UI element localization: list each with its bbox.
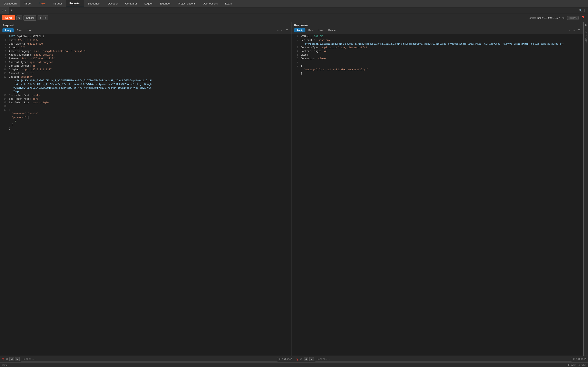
response-title: Response — [294, 24, 581, 27]
request-line-4: 4 Accept: */* — [0, 46, 292, 50]
request-panel: Request Pretty Raw Hex ≡ \n ☰ 1 POST /ap… — [0, 22, 292, 356]
request-search-input[interactable] — [21, 357, 278, 361]
request-line-21: ] — [0, 123, 292, 127]
nav-repeater[interactable]: Repeater — [66, 0, 84, 7]
request-line-15: 15 Sec-Fetch-Site: same-origin — [0, 101, 292, 105]
request-tab-pretty[interactable]: Pretty — [2, 28, 14, 33]
cancel-button[interactable]: Cancel — [24, 15, 36, 21]
request-line-9: 9 Content-Length: 35 — [0, 64, 292, 68]
inspector-label[interactable]: INSPECTOR — [585, 28, 587, 46]
response-wrap-icon[interactable]: \n — [572, 28, 576, 33]
nav-target[interactable]: Target — [20, 0, 35, 7]
send-button[interactable]: Send — [2, 15, 15, 20]
edit-target-button[interactable]: ✎ — [562, 16, 566, 20]
request-line-20: 0 — [0, 119, 292, 123]
request-search-next[interactable]: ▶ — [15, 357, 20, 361]
request-line-19: "password":[ — [0, 116, 292, 119]
response-search-matches: 0 matches — [573, 358, 586, 361]
tab-1[interactable]: 1 ✕ — [0, 7, 9, 14]
response-help-icon[interactable]: ❓ — [296, 358, 299, 361]
request-line-12e: Z-qw — [0, 90, 292, 94]
nav-intruder[interactable]: Intruder — [49, 0, 66, 7]
response-line-9: "message":"User authenticated successful… — [292, 68, 583, 72]
response-tab-render[interactable]: Render — [326, 28, 339, 33]
forward-button[interactable]: ▶ — [43, 16, 48, 20]
nav-decoder[interactable]: Decoder — [104, 0, 121, 7]
response-tab-pretty[interactable]: Pretty — [294, 28, 305, 33]
request-format-icon[interactable]: ≡ — [276, 28, 279, 33]
target-info: Target: http://127.0.0.1:1337 ✎ HTTP/1 ❓ — [528, 16, 586, 20]
nav-learn[interactable]: Learn — [222, 0, 236, 7]
request-line-14: 14 Sec-Fetch-Mode: cors — [0, 97, 292, 101]
tab-search-icon[interactable]: 🔍 ⋮ — [577, 9, 588, 12]
response-line-6: 6 Connection: close — [292, 57, 583, 60]
response-search-prev[interactable]: ◀ — [303, 357, 308, 361]
tab-bar: 1 ✕ + 🔍 ⋮ — [0, 7, 588, 14]
response-content: 1 HTTP/1.1 200 OK 2 Set-Cookie: session=… — [292, 34, 583, 356]
response-search-panel: ❓ ⚙ ◀ ▶ 0 matches — [294, 356, 588, 363]
nav-buttons: ◀ ▶ — [38, 16, 48, 20]
response-options-icon[interactable]: ☰ — [577, 28, 581, 33]
back-button[interactable]: ◀ — [38, 16, 43, 20]
request-search-settings-icon[interactable]: ⚙ — [6, 358, 8, 361]
request-tabs-row: Pretty Raw Hex ≡ \n ☰ — [2, 28, 289, 33]
tab-1-close[interactable]: ✕ — [5, 9, 7, 12]
response-search-input[interactable] — [315, 357, 572, 361]
response-line-3: 3 Content-Type: application/json; charse… — [292, 46, 583, 50]
bottom-bar: ❓ ⚙ ◀ ▶ 0 matches ❓ ⚙ ◀ ▶ 0 matches — [0, 356, 588, 363]
request-line-2: 2 Host: 127.0.0.1:1337 — [0, 39, 292, 42]
request-tab-actions: ≡ \n ☰ — [276, 28, 289, 33]
request-line-1: 1 POST /api/login HTTP/1.1 — [0, 35, 292, 39]
response-line-1: 1 HTTP/1.1 200 OK — [292, 35, 583, 39]
request-title: Request — [2, 24, 289, 27]
request-options-icon[interactable]: ☰ — [285, 28, 289, 33]
status-bar: Done 402 bytes | 53 millis — [0, 363, 588, 367]
request-search-panel: ❓ ⚙ ◀ ▶ 0 matches — [0, 356, 294, 363]
request-search-matches: 0 matches — [279, 358, 292, 361]
nav-comparer[interactable]: Comparer — [121, 0, 141, 7]
response-tab-hex[interactable]: Hex — [316, 28, 325, 33]
request-line-22: } — [0, 127, 292, 130]
nav-dashboard[interactable]: Dashboard — [0, 0, 20, 7]
request-line-6: 6 Accept-Encoding: gzip, deflate — [0, 53, 292, 57]
response-line-10: } — [292, 72, 583, 75]
right-sidebar: ⚙ INSPECTOR — [584, 22, 588, 356]
response-search-next[interactable]: ▶ — [309, 357, 314, 361]
request-line-12d: VJkZMyoVj8EYkGIlNIuKoGJU1s2ikKF58VhMtZWB… — [0, 86, 292, 90]
request-line-17: 17 { — [0, 108, 292, 112]
response-search-settings-icon[interactable]: ⚙ — [300, 358, 302, 361]
request-tab-raw[interactable]: Raw — [14, 28, 24, 33]
request-line-16: 16 — [0, 105, 292, 108]
nav-extender[interactable]: Extender — [156, 0, 174, 7]
nav-project-options[interactable]: Project options — [174, 0, 199, 7]
request-wrap-icon[interactable]: \n — [280, 28, 284, 33]
request-help-icon[interactable]: ❓ — [2, 358, 5, 361]
nav-proxy[interactable]: Proxy — [35, 0, 49, 7]
request-line-12: 12 Cookie: session= — [0, 75, 292, 79]
target-url: http://127.0.0.1:1337 — [537, 17, 560, 19]
nav-logger[interactable]: Logger — [141, 0, 156, 7]
response-line-7: 7 — [292, 60, 583, 64]
response-tab-raw[interactable]: Raw — [306, 28, 316, 33]
request-line-7: 7 Referer: http://127.0.0.1:1337/ — [0, 57, 292, 60]
tab-add[interactable]: + — [9, 7, 15, 14]
settings-button[interactable]: ⚙ — [16, 16, 22, 20]
http-version-badge[interactable]: HTTP/1 — [567, 16, 579, 20]
request-line-5: 5 Accept-Language: es-ES,es;q=0.8,en-US;… — [0, 50, 292, 53]
nav-sequencer[interactable]: Sequencer — [84, 0, 104, 7]
nav-user-options[interactable]: User options — [199, 0, 222, 7]
tab-1-label: 1 — [2, 9, 3, 12]
toolbar: Send ⚙ Cancel ◀ ▶ Target: http://127.0.0… — [0, 14, 588, 22]
response-line-4: 4 Content-Length: 46 — [292, 50, 583, 53]
request-search-prev[interactable]: ◀ — [9, 357, 14, 361]
request-tab-hex[interactable]: Hex — [24, 28, 34, 33]
request-line-11: 11 Connection: close — [0, 72, 292, 75]
response-line-8: 8 { — [292, 64, 583, 68]
request-line-18: "username":"admin", — [0, 112, 292, 116]
inspector-settings-button[interactable]: ⚙ — [584, 22, 588, 28]
request-header: Request Pretty Raw Hex ≡ \n ☰ — [0, 22, 292, 34]
response-format-icon[interactable]: ≡ — [568, 28, 571, 33]
help-button[interactable]: ❓ — [580, 16, 586, 20]
request-line-13: 13 Sec-Fetch-Dest: empty — [0, 94, 292, 97]
response-tabs-row: Pretty Raw Hex Render ≡ \n ☰ — [294, 28, 581, 33]
